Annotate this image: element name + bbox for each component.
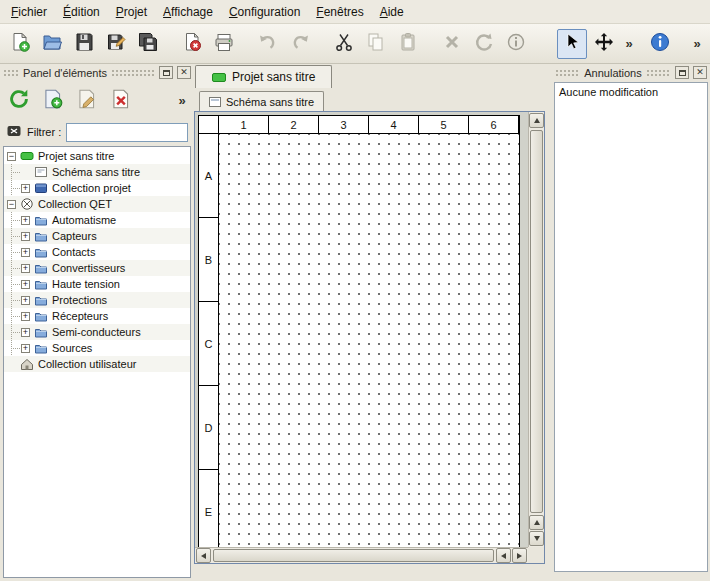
save-as-button[interactable]: [101, 29, 131, 59]
schema-sheet[interactable]: 123456 ABCDE: [198, 115, 520, 547]
tree-item-haute-tension[interactable]: +Haute tension: [4, 276, 190, 292]
panel-overflow-button[interactable]: »: [174, 93, 190, 108]
sheet-colheads: 123456: [199, 116, 519, 134]
project-tab-label: Projet sans titre: [232, 70, 315, 84]
dock-grip[interactable]: [3, 68, 19, 77]
menu-affichage[interactable]: Affichage: [155, 2, 221, 22]
tree-item-protections[interactable]: +Protections: [4, 292, 190, 308]
scroll-down-button[interactable]: [529, 531, 544, 546]
scroll-left-button[interactable]: [496, 548, 511, 563]
tree-item-automatisme[interactable]: +Automatisme: [4, 212, 190, 228]
print-button[interactable]: [209, 29, 239, 59]
new-element-button[interactable]: [38, 85, 68, 115]
tab-project[interactable]: Projet sans titre: [195, 65, 332, 88]
scissors-icon: [333, 31, 355, 56]
edit-element-button[interactable]: [72, 85, 102, 115]
save-all-button[interactable]: [133, 29, 163, 59]
tools-overflow-button[interactable]: »: [621, 36, 637, 51]
tree-item-capteurs[interactable]: +Capteurs: [4, 228, 190, 244]
dock-grip[interactable]: [646, 68, 671, 77]
expand-toggle[interactable]: +: [21, 296, 30, 305]
about-button[interactable]: [645, 29, 675, 59]
information-button[interactable]: [501, 29, 531, 59]
dock-grip[interactable]: [555, 68, 580, 77]
dock-float-button[interactable]: [675, 66, 689, 79]
rotate-icon: [473, 31, 495, 56]
paste-button[interactable]: [393, 29, 423, 59]
expand-toggle[interactable]: +: [21, 328, 30, 337]
expand-toggle[interactable]: +: [21, 344, 30, 353]
status-strip: [194, 564, 545, 581]
tab-schema[interactable]: Schéma sans titre: [199, 91, 324, 111]
dock-grip[interactable]: [111, 68, 155, 77]
collapse-toggle[interactable]: −: [7, 200, 16, 209]
save-button[interactable]: [69, 29, 99, 59]
reload-collections-button[interactable]: [4, 85, 34, 115]
open-project-button[interactable]: [37, 29, 67, 59]
delete-element-button[interactable]: [106, 85, 136, 115]
menu-aide[interactable]: Aide: [372, 2, 412, 22]
tree-item-convertisseurs[interactable]: +Convertisseurs: [4, 260, 190, 276]
close-file-button[interactable]: [177, 29, 207, 59]
scroll-up-button[interactable]: [529, 113, 544, 128]
cut-button[interactable]: [329, 29, 359, 59]
tree-item-semi-conducteurs[interactable]: +Semi-conducteurs: [4, 324, 190, 340]
menu-edition[interactable]: Édition: [55, 2, 108, 22]
collection-icon: [34, 181, 48, 195]
filter-input[interactable]: [66, 123, 188, 142]
select-mode-button[interactable]: [557, 29, 587, 59]
menu-fichier[interactable]: Fichier: [3, 2, 55, 22]
tree-item-collection-projet[interactable]: +Collection projet: [4, 180, 190, 196]
horizontal-scroll-thumb[interactable]: [213, 549, 494, 562]
menu-projet[interactable]: Projet: [108, 2, 155, 22]
pan-mode-button[interactable]: [589, 29, 619, 59]
scroll-right-button[interactable]: [512, 548, 527, 563]
help-overflow-button[interactable]: »: [689, 36, 705, 51]
tree-item-recepteurs[interactable]: +Récepteurs: [4, 308, 190, 324]
expand-toggle[interactable]: +: [21, 184, 30, 193]
undo-list[interactable]: Aucune modification: [554, 82, 708, 572]
left-arrow-icon: [501, 553, 506, 559]
menu-fenetres[interactable]: Fenêtres: [308, 2, 371, 22]
element-tree[interactable]: −Projet sans titreSchéma sans titre+Coll…: [3, 146, 191, 578]
rotate-button[interactable]: [469, 29, 499, 59]
dock-close-button[interactable]: ✕: [177, 66, 191, 79]
schema-viewport[interactable]: 123456 ABCDE: [195, 112, 528, 547]
undo-button[interactable]: [253, 29, 283, 59]
home-icon: [20, 357, 34, 371]
copy-button[interactable]: [361, 29, 391, 59]
tree-item-collection-qet[interactable]: −Collection QET: [4, 196, 190, 212]
tree-item-contacts[interactable]: +Contacts: [4, 244, 190, 260]
delete-button[interactable]: [437, 29, 467, 59]
expand-toggle[interactable]: +: [21, 248, 30, 257]
vertical-scroll-thumb[interactable]: [530, 130, 543, 513]
tree-item-label: Automatisme: [52, 214, 116, 226]
elements-panel-toolbar: »: [0, 81, 194, 119]
horizontal-scrollbar[interactable]: [195, 547, 528, 563]
redo-button[interactable]: [285, 29, 315, 59]
tree-item-collection-utilisateur[interactable]: Collection utilisateur: [4, 356, 190, 372]
menu-configuration[interactable]: Configuration: [221, 2, 308, 22]
expand-toggle[interactable]: +: [21, 280, 30, 289]
expand-toggle[interactable]: +: [21, 232, 30, 241]
paste-icon: [397, 31, 419, 56]
elements-panel-titlebar[interactable]: Panel d'éléments ✕: [0, 64, 194, 81]
elements-panel-dock: Panel d'éléments ✕ » Filtrer : −Projet s…: [0, 64, 194, 581]
collapse-toggle[interactable]: −: [7, 152, 16, 161]
dock-float-button[interactable]: [159, 66, 173, 79]
schema-grid[interactable]: [219, 134, 519, 547]
tree-item-sources[interactable]: +Sources: [4, 340, 190, 356]
expand-toggle[interactable]: +: [21, 264, 30, 273]
dock-close-button[interactable]: ✕: [693, 66, 707, 79]
vertical-scrollbar[interactable]: [528, 112, 544, 547]
expand-toggle[interactable]: +: [21, 216, 30, 225]
expand-toggle[interactable]: +: [21, 312, 30, 321]
scroll-up-button[interactable]: [529, 515, 544, 530]
tree-item-projet-sans-titre[interactable]: −Projet sans titre: [4, 148, 190, 164]
new-document-button[interactable]: [5, 29, 35, 59]
folder-icon: [34, 293, 48, 307]
clear-filter-icon[interactable]: [6, 123, 22, 142]
scroll-left-button[interactable]: [196, 548, 211, 563]
undo-dock-titlebar[interactable]: Annulations ✕: [552, 64, 710, 81]
tree-item-schema-sans-titre[interactable]: Schéma sans titre: [4, 164, 190, 180]
